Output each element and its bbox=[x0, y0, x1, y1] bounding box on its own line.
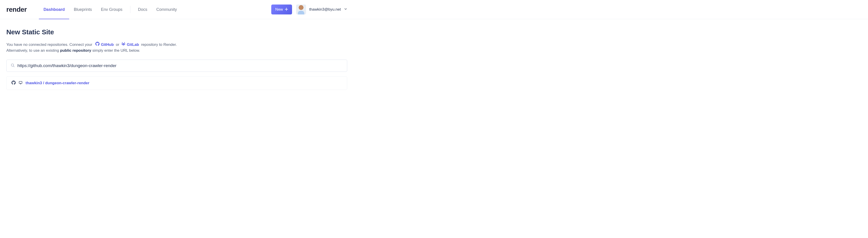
svg-point-0 bbox=[11, 64, 14, 66]
gitlab-link[interactable]: GitLab bbox=[121, 42, 139, 48]
main-content: New Static Site You have no connected re… bbox=[0, 19, 347, 90]
nav-blueprints[interactable]: Blueprints bbox=[69, 0, 96, 19]
avatar bbox=[296, 4, 306, 14]
repo-url-searchbox[interactable] bbox=[6, 60, 347, 72]
github-icon bbox=[95, 42, 99, 48]
desc-suffix: repository to Render. bbox=[141, 42, 177, 47]
svg-rect-1 bbox=[19, 81, 22, 83]
nav-dashboard[interactable]: Dashboard bbox=[39, 0, 69, 19]
chevron-down-icon bbox=[344, 7, 347, 11]
repo-result-row[interactable]: thawkin3 / dungeon-crawler-render bbox=[6, 76, 347, 90]
repo-url-input[interactable] bbox=[18, 63, 343, 68]
user-email: thawkin3@byu.net bbox=[309, 7, 341, 12]
gitlab-label: GitLab bbox=[127, 42, 139, 48]
desc-line2-prefix: Alternatively, to use an existing bbox=[6, 48, 59, 53]
nav-env-groups[interactable]: Env Groups bbox=[96, 0, 127, 19]
logo[interactable]: render bbox=[6, 6, 27, 13]
nav-divider bbox=[130, 6, 130, 13]
github-link[interactable]: GitHub bbox=[95, 42, 114, 48]
page-description: You have no connected repositories. Conn… bbox=[6, 42, 278, 54]
user-menu[interactable]: thawkin3@byu.net bbox=[296, 4, 347, 14]
static-site-icon bbox=[19, 81, 22, 86]
plus-icon bbox=[285, 7, 288, 11]
page-title: New Static Site bbox=[6, 28, 347, 36]
search-icon bbox=[11, 63, 15, 68]
github-icon bbox=[11, 80, 16, 86]
gitlab-icon bbox=[121, 42, 125, 48]
or-label: or bbox=[116, 42, 119, 47]
nav-docs[interactable]: Docs bbox=[133, 0, 152, 19]
topbar: render Dashboard Blueprints Env Groups D… bbox=[0, 0, 868, 19]
nav-community[interactable]: Community bbox=[152, 0, 182, 19]
primary-nav: Dashboard Blueprints Env Groups Docs Com… bbox=[39, 0, 181, 19]
new-button-label: New bbox=[275, 7, 283, 12]
desc-line2-strong: public repository bbox=[60, 48, 91, 53]
repo-result-label: thawkin3 / dungeon-crawler-render bbox=[26, 81, 89, 86]
new-button[interactable]: New bbox=[271, 4, 292, 14]
github-label: GitHub bbox=[101, 42, 114, 48]
desc-line2-suffix: simply enter the URL below. bbox=[92, 48, 140, 53]
desc-prefix: You have no connected repositories. Conn… bbox=[6, 42, 92, 47]
